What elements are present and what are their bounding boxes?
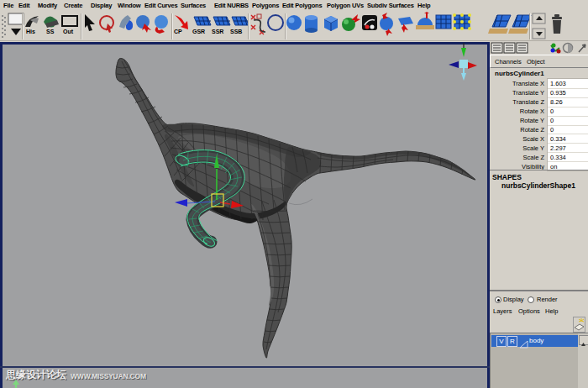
- svg-text:CP: CP: [174, 29, 182, 34]
- svg-text:Out: Out: [63, 29, 74, 34]
- svg-text:SS: SS: [46, 29, 55, 34]
- svg-text:SSB: SSB: [230, 29, 242, 34]
- svg-text:GSR: GSR: [192, 29, 205, 34]
- svg-text:His: His: [26, 29, 35, 34]
- svg-text:SSR: SSR: [212, 29, 223, 34]
